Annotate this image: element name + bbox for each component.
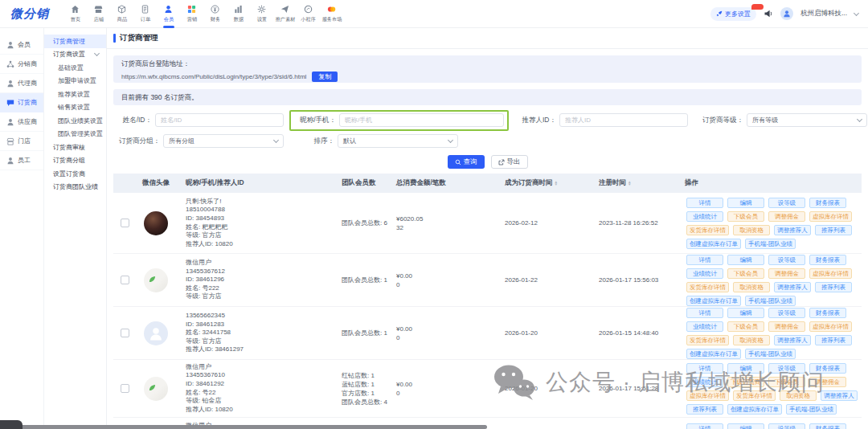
announcement-icon[interactable] (764, 9, 773, 18)
nav-item-settings[interactable]: 设置 (250, 0, 273, 27)
search-button[interactable]: 查询 (448, 155, 485, 169)
submenu-item[interactable]: 订货商管理 (44, 35, 106, 48)
submenu-item[interactable]: 订货商分组 (44, 154, 106, 168)
op-button[interactable]: 发货库存详情 (686, 335, 729, 345)
op-button[interactable]: 取消资格 (780, 390, 817, 401)
nav-item-home[interactable]: 首页 (63, 0, 87, 27)
op-button[interactable]: 手机端-团队业绩 (745, 349, 796, 359)
op-button[interactable]: 财务报表 (809, 363, 846, 374)
op-button[interactable]: 创建虚拟库存订单 (686, 349, 741, 359)
sidebar-item-person[interactable]: 员工 (0, 151, 43, 170)
op-button[interactable]: 手机端-团队业绩 (745, 296, 796, 306)
submenu-item[interactable]: 团队管理奖设置 (44, 128, 106, 141)
op-button[interactable]: 详情 (686, 255, 723, 265)
op-button[interactable]: 发货库存详情 (686, 225, 729, 235)
op-button[interactable]: 调整佣金 (768, 211, 805, 222)
nav-item-market[interactable]: 服务市场 (320, 0, 343, 27)
op-button[interactable]: 业绩统计 (686, 321, 723, 332)
op-button[interactable]: 设等级 (768, 255, 805, 265)
submenu-item[interactable]: 团队业绩奖设置 (44, 114, 106, 128)
op-button[interactable]: 调整推荐人 (774, 335, 811, 345)
login-url[interactable]: https://m.wfx.qibcms.com/Public/disLogin… (121, 73, 306, 80)
op-button[interactable]: 财务报表 (809, 198, 846, 208)
op-button[interactable]: 调整佣金 (809, 377, 846, 387)
op-button[interactable]: 详情 (686, 198, 723, 208)
sidebar-item-person[interactable]: 会员 (0, 35, 43, 55)
op-button[interactable]: 推荐列表 (815, 225, 852, 235)
nav-item-finance[interactable]: 财务 (203, 0, 227, 27)
filter-input[interactable] (559, 113, 688, 127)
op-button[interactable]: 虚拟库存详情 (809, 268, 852, 279)
submenu-item[interactable]: 基础设置 (44, 61, 106, 75)
op-button[interactable]: 调整推荐人 (821, 390, 858, 401)
avatar[interactable] (144, 321, 168, 345)
sidebar-item-chat[interactable]: 订货商 (0, 93, 43, 112)
sidebar-item-nodes[interactable]: 分销商 (0, 55, 43, 74)
op-button[interactable]: 发货库存详情 (733, 390, 776, 401)
op-button[interactable]: 发货库存详情 (686, 282, 729, 292)
op-button[interactable]: 财务报表 (809, 423, 846, 429)
op-button[interactable]: 设等级 (768, 423, 805, 429)
op-button[interactable]: 业绩统计 (686, 211, 723, 222)
nav-item-store[interactable]: 店铺 (87, 0, 110, 27)
op-button[interactable]: 业绩统计 (686, 377, 723, 387)
filter-select[interactable]: 所有等级 (747, 113, 867, 127)
op-button[interactable]: 编辑 (727, 198, 764, 208)
submenu-item[interactable]: 加盟申请设置 (44, 75, 106, 88)
op-button[interactable]: 详情 (686, 363, 723, 374)
op-button[interactable]: 推荐列表 (686, 404, 723, 415)
op-button[interactable]: 创建虚拟库存订单 (686, 296, 741, 306)
submenu-item[interactable]: 订货商团队业绩 (44, 181, 106, 194)
sidebar-item-person[interactable]: 代理商 (0, 74, 43, 93)
copy-button[interactable]: 复制 (312, 72, 338, 82)
op-button[interactable]: 下级会员 (768, 377, 805, 387)
op-button[interactable]: 虚拟库存详情 (809, 321, 852, 332)
op-button[interactable]: 详情 (686, 423, 723, 429)
sort-icon[interactable]: ▲▼ (628, 181, 632, 186)
horizontal-scrollbar[interactable] (0, 425, 487, 429)
op-button[interactable]: 虚拟库存详情 (809, 211, 852, 222)
avatar[interactable] (144, 211, 168, 235)
nav-item-order[interactable]: 订单 (133, 0, 157, 27)
op-button[interactable]: 编辑 (727, 255, 764, 265)
row-checkbox[interactable] (121, 276, 129, 284)
op-button[interactable]: 详情 (686, 308, 723, 318)
op-button[interactable]: 虚拟库存详情 (686, 390, 729, 401)
filter-input[interactable] (155, 113, 284, 127)
row-checkbox[interactable] (121, 219, 129, 227)
op-button[interactable]: 手机端-团队业绩 (745, 239, 796, 249)
account-avatar[interactable] (780, 7, 793, 20)
op-button[interactable]: 下级会员 (727, 321, 764, 332)
op-button[interactable]: 设等级 (768, 308, 805, 318)
sort-icon[interactable]: ▲▼ (555, 181, 559, 186)
submenu-item[interactable]: 设置订货商 (44, 167, 106, 181)
nav-item-marketing[interactable]: 营销 (180, 0, 203, 27)
filter-select[interactable]: 默认 (338, 134, 458, 148)
op-button[interactable]: 下级会员 (727, 268, 764, 279)
op-button[interactable]: 创建虚拟库存订单 (727, 404, 782, 415)
export-button[interactable]: 导出 (491, 155, 528, 169)
nav-item-member[interactable]: 会员 (157, 0, 180, 27)
account-name[interactable]: 杭州启博科技... (800, 9, 847, 18)
sidebar-item-shop[interactable]: 门店 (0, 132, 43, 151)
avatar[interactable] (144, 377, 168, 401)
op-button[interactable]: 编辑 (727, 423, 764, 429)
more-settings-button[interactable]: 更多设置 (710, 7, 756, 21)
nav-item-promo[interactable]: 推广素材 (273, 0, 297, 27)
op-button[interactable]: 设等级 (768, 363, 805, 374)
sidebar-item-person[interactable]: 供应商 (0, 112, 43, 132)
op-button[interactable]: 推荐列表 (815, 335, 852, 345)
op-button[interactable]: 下级会员 (727, 211, 764, 222)
op-button[interactable]: 调整推荐人 (774, 225, 811, 235)
row-checkbox[interactable] (121, 384, 129, 393)
op-button[interactable]: 创建虚拟库存订单 (686, 239, 741, 249)
submenu-item[interactable]: 订货商设置 (44, 48, 106, 62)
nav-item-goods[interactable]: 商品 (110, 0, 133, 27)
op-button[interactable]: 取消资格 (733, 335, 770, 345)
op-button[interactable]: 财务报表 (809, 308, 846, 318)
filter-input[interactable] (339, 113, 504, 127)
filter-select[interactable]: 所有分组 (163, 134, 284, 148)
op-button[interactable]: 调整佣金 (768, 268, 805, 279)
op-button[interactable]: 下级订货商 (727, 377, 764, 387)
nav-item-miniprogram[interactable]: 小程序 (297, 0, 320, 27)
